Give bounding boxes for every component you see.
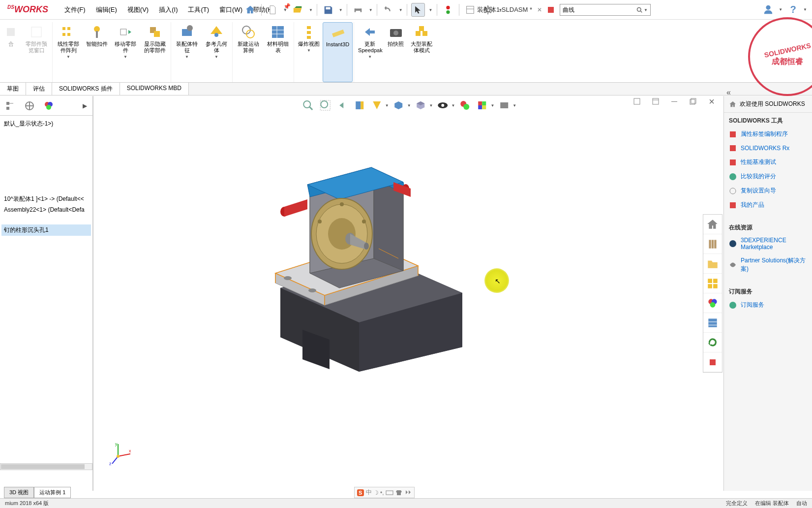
link-marketplace[interactable]: 3DEXPERIENCE Marketplace — [724, 234, 812, 254]
ribbon-show-hidden[interactable]: 显示隐藏的零部件 — [140, 22, 170, 82]
user-icon[interactable] — [763, 4, 774, 15]
view-orientation-icon[interactable] — [391, 98, 406, 113]
tab-motion-study[interactable]: 运动算例 1 — [34, 487, 71, 498]
tab-plugins[interactable]: SOLIDWORKS 插件 — [52, 83, 120, 95]
link-partner-solutions[interactable]: Partner Solutions(解决方案) — [724, 254, 812, 276]
tp-appearances-icon[interactable] — [703, 293, 722, 313]
ribbon-bom[interactable]: 材料明细表 — [263, 22, 293, 82]
tab-sketch[interactable]: 草图 — [0, 83, 26, 95]
vp-close-icon[interactable]: × — [705, 96, 719, 107]
menu-window[interactable]: 窗口(W) — [215, 3, 246, 17]
ime-tools-icon[interactable] — [404, 489, 412, 497]
previous-view-icon[interactable] — [335, 98, 350, 113]
ribbon-motion-study[interactable]: 新建运动算例 — [234, 22, 263, 82]
dropdown-arrow-icon[interactable]: ▼ — [399, 8, 403, 12]
undo-icon[interactable] — [381, 3, 395, 17]
ribbon-reference-geometry[interactable]: 参考几何体 ▼ — [202, 22, 231, 82]
home-icon[interactable] — [243, 3, 257, 17]
edit-appearance-icon[interactable] — [457, 98, 472, 113]
apply-scene-icon[interactable] — [475, 98, 489, 113]
ribbon-assembly-feature[interactable]: 装配体特征 ▼ — [172, 22, 202, 82]
dropdown-arrow-icon[interactable]: ▼ — [451, 103, 455, 108]
tp-file-explorer-icon[interactable] — [703, 254, 722, 274]
tp-view-palette-icon[interactable] — [703, 274, 722, 293]
select-icon[interactable] — [411, 3, 425, 17]
menu-file[interactable]: 文件(F) — [60, 3, 90, 17]
tp-forum-icon[interactable] — [703, 352, 722, 372]
ribbon-linear-pattern[interactable]: 线性零部件阵列 ▼ — [54, 22, 83, 82]
feature-tree[interactable]: 默认_显示状态-1>) 10^装配体1 ]<1> -> (Default<< A… — [0, 116, 92, 491]
new-icon[interactable] — [266, 3, 279, 17]
link-subscription[interactable]: 订阅服务 — [724, 298, 812, 312]
tree-subassembly2[interactable]: Assembly22<1> (Default<Defa — [1, 205, 91, 215]
tree-subassembly1[interactable]: 10^装配体1 ]<1> -> (Default<< — [1, 193, 91, 205]
hide-show-icon[interactable] — [436, 98, 451, 113]
link-solidworks-rx[interactable]: SOLIDWORKS Rx — [724, 141, 812, 155]
ime-keyboard-icon[interactable] — [386, 489, 393, 497]
link-compare-score[interactable]: 比较我的评分 — [724, 169, 812, 184]
fm-tab-config[interactable] — [21, 98, 38, 114]
link-property-tag-builder[interactable]: 属性标签编制程序 — [724, 127, 812, 141]
ribbon-instant3d[interactable]: Instant3D — [323, 22, 353, 82]
menu-edit[interactable]: 编辑(E) — [92, 3, 121, 17]
tp-custom-props-icon[interactable] — [703, 313, 722, 333]
3d-model[interactable] — [231, 135, 487, 372]
collapse-task-pane-icon[interactable]: « — [726, 88, 731, 97]
ime-toolbar[interactable]: S 中 ☽ •, — [354, 487, 415, 498]
fm-tab-tree[interactable] — [1, 98, 19, 114]
link-my-products[interactable]: 我的产品 — [724, 198, 812, 212]
ribbon-move-component[interactable]: 移动零部件 ▼ — [111, 22, 140, 82]
ribbon-exploded-view[interactable]: 爆炸视图 ▼ — [295, 22, 323, 82]
coordinate-triad[interactable]: x y z — [108, 442, 133, 466]
dropdown-arrow-icon[interactable]: ▼ — [407, 103, 411, 108]
horizontal-scrollbar[interactable] — [0, 463, 92, 470]
ime-lang[interactable]: 中 — [366, 488, 372, 497]
ribbon-smart-fastener[interactable]: 智能扣件 — [83, 22, 111, 82]
graphics-viewport[interactable]: ▼ ▼ ▼ ▼ ▼ ▼ — × — [93, 96, 723, 491]
ime-moon-icon[interactable]: ☽ — [373, 489, 379, 496]
dropdown-arrow-icon[interactable]: ▼ — [512, 103, 516, 108]
dropdown-arrow-icon[interactable]: ▼ — [490, 103, 494, 108]
search-input[interactable] — [563, 6, 636, 13]
tp-home-icon[interactable] — [703, 215, 722, 234]
dynamic-annotation-icon[interactable] — [369, 98, 384, 113]
rebuild-icon[interactable] — [441, 3, 455, 17]
link-benchmark[interactable]: 性能基准测试 — [724, 155, 812, 169]
dropdown-arrow-icon[interactable]: ▼ — [429, 8, 433, 12]
tp-design-library-icon[interactable] — [703, 234, 722, 254]
dropdown-arrow-icon[interactable]: ▼ — [644, 8, 648, 12]
ime-comma-icon[interactable]: •, — [380, 489, 384, 496]
menu-tools[interactable]: 工具(T) — [184, 3, 213, 17]
options-icon[interactable] — [463, 3, 477, 17]
menu-view[interactable]: 视图(V) — [123, 3, 152, 17]
vp-restore1-icon[interactable] — [630, 96, 644, 107]
dropdown-arrow-icon[interactable]: ▼ — [385, 103, 389, 108]
menu-insert[interactable]: 插入(I) — [155, 3, 181, 17]
print-icon[interactable] — [351, 3, 365, 17]
view-setting-icon[interactable] — [497, 98, 511, 113]
tab-mbd[interactable]: SOLIDWORKS MBD — [120, 83, 189, 95]
section-view-icon[interactable] — [352, 98, 367, 113]
fm-tab-appearance[interactable] — [40, 98, 58, 114]
tp-refresh-icon[interactable] — [703, 333, 722, 352]
tree-counterbore-hole[interactable]: 钉的柱形沉头孔1 — [1, 224, 91, 236]
fm-expand-arrow[interactable]: ▶ — [79, 102, 91, 109]
dropdown-arrow-icon[interactable]: ▼ — [283, 8, 287, 12]
dropdown-arrow-icon[interactable]: ▼ — [339, 8, 343, 12]
ribbon-large-assembly[interactable]: 大型装配体模式 — [407, 22, 436, 82]
search-box[interactable]: ▼ — [560, 4, 651, 16]
ribbon-speedpak[interactable]: 更新Speedpak ▼ — [355, 22, 385, 82]
save-icon[interactable] — [321, 3, 335, 17]
tab-evaluate[interactable]: 评估 — [26, 83, 52, 95]
ribbon-snapshot[interactable]: 拍快照 — [385, 22, 407, 82]
ime-skin-icon[interactable] — [395, 489, 403, 497]
zoom-area-icon[interactable] — [318, 98, 332, 113]
display-style-icon[interactable] — [414, 98, 428, 113]
zoom-fit-icon[interactable] — [301, 98, 315, 113]
search-icon[interactable] — [636, 6, 642, 13]
dropdown-arrow-icon[interactable]: ▼ — [369, 8, 373, 12]
tab-3d-view[interactable]: 3D 视图 — [4, 487, 34, 498]
vp-maximize-icon[interactable] — [686, 96, 700, 107]
dropdown-arrow-icon[interactable]: ▼ — [309, 8, 313, 12]
open-icon[interactable] — [291, 3, 305, 17]
